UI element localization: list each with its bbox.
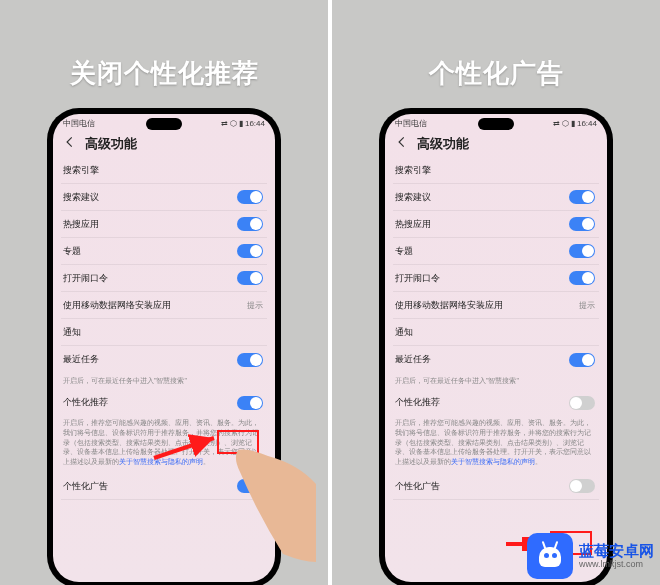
back-icon[interactable] [63, 135, 77, 153]
status-carrier: 中国电信 [63, 118, 95, 129]
row-label: 个性化广告 [395, 480, 440, 493]
panel-left: 关闭个性化推荐 中国电信 ⇄ ⬡ ▮ 16:44 高级功能 搜索引擎 [0, 0, 328, 585]
row-label: 通知 [395, 326, 413, 339]
row-search-suggest[interactable]: 搜索建议 [61, 184, 267, 211]
row-open-pwd[interactable]: 打开闹口令 [393, 265, 599, 292]
row-recent-tasks[interactable]: 最近任务 [393, 346, 599, 373]
row-label: 个性化推荐 [395, 396, 440, 409]
panel-right: 个性化广告 中国电信 ⇄ ⬡ ▮ 16:44 高级功能 搜索引擎 [332, 0, 660, 585]
toggle-personalized-rec[interactable] [569, 396, 595, 410]
watermark-url: www.lmkjst.com [579, 559, 654, 569]
page-title: 高级功能 [417, 135, 469, 153]
row-search-engine[interactable]: 搜索引擎 [61, 157, 267, 184]
screen-right: 中国电信 ⇄ ⬡ ▮ 16:44 高级功能 搜索引擎 搜索建议 [385, 114, 607, 582]
row-label: 打开闹口令 [63, 272, 108, 285]
row-personalized-ads[interactable]: 个性化广告 [61, 473, 267, 500]
back-icon[interactable] [395, 135, 409, 153]
rec-description: 开启后，推荐您可能感兴趣的视频、应用、资讯、服务。为此，我们将号信息、设备标识符… [61, 416, 267, 473]
toggle-recent-tasks[interactable] [569, 353, 595, 367]
toggle-hot-search[interactable] [569, 217, 595, 231]
row-personalized-rec[interactable]: 个性化推荐 [61, 389, 267, 416]
toggle-topics[interactable] [237, 244, 263, 258]
toggle-open-pwd[interactable] [237, 271, 263, 285]
row-topics[interactable]: 专题 [393, 238, 599, 265]
status-icons: ⇄ ⬡ ▮ [553, 119, 575, 128]
row-personalized-rec[interactable]: 个性化推荐 [393, 389, 599, 416]
camera-notch [146, 118, 182, 130]
panel-title-right: 个性化广告 [332, 56, 660, 91]
row-label: 专题 [395, 245, 413, 258]
page-header: 高级功能 [53, 129, 275, 157]
toggle-personalized-rec[interactable] [237, 396, 263, 410]
status-time: 16:44 [577, 119, 597, 128]
toggle-hot-search[interactable] [237, 217, 263, 231]
row-label: 热搜应用 [395, 218, 431, 231]
row-label: 搜索建议 [395, 191, 431, 204]
row-label: 专题 [63, 245, 81, 258]
row-notifications[interactable]: 通知 [393, 319, 599, 346]
toggle-open-pwd[interactable] [569, 271, 595, 285]
privacy-link[interactable]: 关于智慧搜索与隐私的声明 [451, 458, 535, 465]
row-label: 使用移动数据网络安装应用 [395, 299, 503, 312]
row-recent-tasks[interactable]: 最近任务 [61, 346, 267, 373]
row-hint: 提示 [579, 300, 595, 311]
recent-tasks-note: 开启后，可在最近任务中进入"智慧搜索" [61, 373, 267, 389]
status-time: 16:44 [245, 119, 265, 128]
settings-list: 搜索引擎 搜索建议 热搜应用 专题 打开闹口令 [385, 157, 607, 500]
toggle-topics[interactable] [569, 244, 595, 258]
toggle-personalized-ads[interactable] [237, 479, 263, 493]
row-label: 个性化广告 [63, 480, 108, 493]
row-search-engine[interactable]: 搜索引擎 [393, 157, 599, 184]
row-open-pwd[interactable]: 打开闹口令 [61, 265, 267, 292]
row-hot-search[interactable]: 热搜应用 [61, 211, 267, 238]
watermark-title: 蓝莓安卓网 [579, 542, 654, 559]
status-icons: ⇄ ⬡ ▮ [221, 119, 243, 128]
row-label: 最近任务 [63, 353, 99, 366]
row-label: 搜索引擎 [395, 164, 431, 177]
panel-title-left: 关闭个性化推荐 [0, 56, 328, 91]
row-search-suggest[interactable]: 搜索建议 [393, 184, 599, 211]
camera-notch [478, 118, 514, 130]
row-label: 搜索建议 [63, 191, 99, 204]
row-topics[interactable]: 专题 [61, 238, 267, 265]
settings-list: 搜索引擎 搜索建议 热搜应用 专题 打开闹口令 [53, 157, 275, 500]
status-carrier: 中国电信 [395, 118, 427, 129]
toggle-search-suggest[interactable] [237, 190, 263, 204]
watermark: 蓝莓安卓网 www.lmkjst.com [527, 533, 654, 579]
toggle-personalized-ads[interactable] [569, 479, 595, 493]
row-label: 打开闹口令 [395, 272, 440, 285]
row-mobile-data[interactable]: 使用移动数据网络安装应用 提示 [61, 292, 267, 319]
row-hint: 提示 [247, 300, 263, 311]
toggle-recent-tasks[interactable] [237, 353, 263, 367]
row-personalized-ads[interactable]: 个性化广告 [393, 473, 599, 500]
row-label: 搜索引擎 [63, 164, 99, 177]
recent-tasks-note: 开启后，可在最近任务中进入"智慧搜索" [393, 373, 599, 389]
row-mobile-data[interactable]: 使用移动数据网络安装应用 提示 [393, 292, 599, 319]
phone-left: 中国电信 ⇄ ⬡ ▮ 16:44 高级功能 搜索引擎 搜索建议 [47, 108, 281, 585]
toggle-search-suggest[interactable] [569, 190, 595, 204]
page-header: 高级功能 [385, 129, 607, 157]
rec-description: 开启后，推荐您可能感兴趣的视频、应用、资讯、服务。为此，我们将号信息、设备标识符… [393, 416, 599, 473]
privacy-link[interactable]: 关于智慧搜索与隐私的声明 [119, 458, 203, 465]
screen-left: 中国电信 ⇄ ⬡ ▮ 16:44 高级功能 搜索引擎 搜索建议 [53, 114, 275, 582]
phone-right: 中国电信 ⇄ ⬡ ▮ 16:44 高级功能 搜索引擎 搜索建议 [379, 108, 613, 585]
page-title: 高级功能 [85, 135, 137, 153]
row-label: 通知 [63, 326, 81, 339]
watermark-icon [527, 533, 573, 579]
row-notifications[interactable]: 通知 [61, 319, 267, 346]
row-label: 最近任务 [395, 353, 431, 366]
row-hot-search[interactable]: 热搜应用 [393, 211, 599, 238]
row-label: 热搜应用 [63, 218, 99, 231]
row-label: 使用移动数据网络安装应用 [63, 299, 171, 312]
row-label: 个性化推荐 [63, 396, 108, 409]
